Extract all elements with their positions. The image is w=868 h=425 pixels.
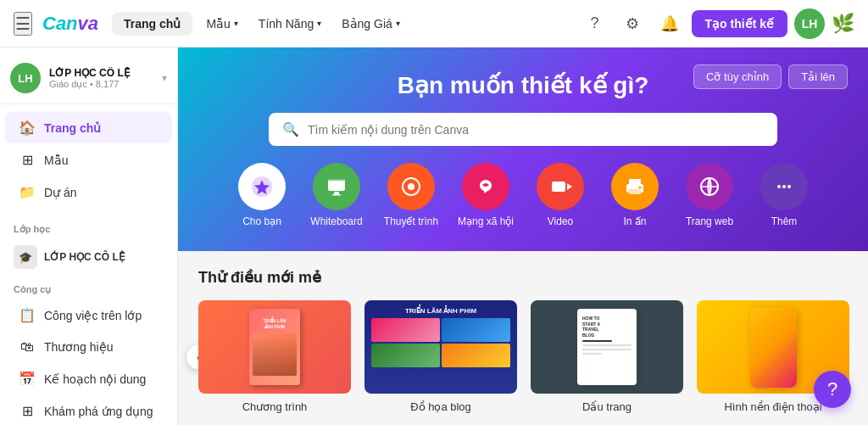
sidebar-profile[interactable]: LH LỚP HỌC CÔ LỆ Giáo dục • 8,177 ▾ (0, 54, 177, 104)
book-visual: TRIỂN LÃMẢNH PHIM (249, 309, 300, 385)
cards-wrapper: ‹ TRIỂN LÃMẢNH PHIM (198, 300, 848, 413)
create-button[interactable]: Tạo thiết kế (692, 10, 787, 37)
card-thumbnail: TRIỂN LÃM ẢNH PHIM (364, 300, 517, 394)
sidebar-profile-sub: Giáo dục • 8,177 (49, 79, 153, 90)
card-label: Đồ họa blog (410, 400, 471, 413)
grid-icon: ⊞ (19, 152, 36, 168)
sidebar-item-label: Trang chủ (44, 121, 101, 135)
icon-label: Trang web (686, 215, 733, 227)
card-dohoa[interactable]: TRIỂN LÃM ẢNH PHIM Đồ họa blog (364, 300, 517, 413)
icon-label: Cho bạn (242, 215, 281, 227)
design-type-grid: Cho bạn Whiteboard Thuyết trình (205, 163, 841, 234)
calendar-icon: 📅 (19, 371, 36, 387)
icon-item-trangweb[interactable]: Trang web (676, 163, 743, 227)
chevron-down-icon: ▾ (317, 19, 321, 28)
home-icon: 🏠 (19, 120, 36, 136)
chevron-down-icon: ▾ (396, 19, 400, 28)
icon-label: Thuyết trình (384, 215, 438, 227)
phone-visual (750, 307, 797, 388)
svg-rect-4 (332, 194, 341, 196)
icon-item-thuyettrinh[interactable]: Thuyết trình (377, 163, 445, 227)
film-visual: TRIỂN LÃM ẢNH PHIM (364, 300, 517, 394)
hero-section: Cỡ tùy chỉnh Tải lên Bạn muốn thiết kế g… (178, 48, 868, 251)
chevron-down-icon: ▾ (234, 19, 238, 28)
search-icon: 🔍 (282, 121, 299, 137)
layout: LH LỚP HỌC CÔ LỆ Giáo dục • 8,177 ▾ 🏠 Tr… (0, 48, 868, 425)
help-button[interactable]: ? (580, 8, 610, 39)
inan-icon (611, 163, 659, 210)
avatar[interactable]: LH (794, 8, 825, 39)
card-dautrang[interactable]: HOW TOSTART ATRAVELBLOG Dấu trang (531, 300, 683, 413)
notifications-button[interactable]: 🔔 (654, 8, 685, 39)
upload-button[interactable]: Tải lên (788, 64, 848, 89)
svg-rect-1 (328, 179, 345, 191)
blog-visual: HOW TOSTART ATRAVELBLOG (577, 309, 637, 385)
mau-nav-button[interactable]: Mẫu ▾ (199, 12, 244, 36)
svg-rect-7 (552, 182, 565, 192)
sidebar-item-thuonghieu[interactable]: 🛍 Thương hiệu (5, 332, 172, 362)
whiteboard-icon (313, 163, 360, 210)
sidebar: LH LỚP HỌC CÔ LỆ Giáo dục • 8,177 ▾ 🏠 Tr… (0, 48, 178, 425)
icon-label: Video (548, 215, 573, 227)
sidebar-item-trangchu[interactable]: 🏠 Trang chủ (5, 112, 172, 143)
svg-point-18 (782, 185, 786, 188)
brand-icon: 🛍 (19, 339, 36, 355)
card-thumbnail: HOW TOSTART ATRAVELBLOG (531, 300, 683, 394)
icon-label: Mạng xã hội (458, 215, 514, 227)
sidebar-profile-info: LỚP HỌC CÔ LỆ Giáo dục • 8,177 (49, 67, 153, 90)
sidebar-item-congviec[interactable]: 📋 Công việc trên lớp (5, 299, 172, 331)
tinh-nang-nav-button[interactable]: Tính Năng ▾ (252, 12, 328, 36)
task-icon: 📋 (19, 307, 36, 323)
custom-size-button[interactable]: Cỡ tùy chỉnh (693, 64, 782, 89)
sidebar-item-label: Thương hiệu (44, 340, 113, 354)
sidebar-avatar: LH (10, 63, 41, 93)
trangchu-nav-button[interactable]: Trang chủ (112, 12, 192, 36)
sidebar-profile-name: LỚP HỌC CÔ LỆ (49, 67, 153, 79)
mangxahoi-icon (462, 163, 509, 210)
sidebar-item-khampha[interactable]: ⊞ Khám phá ứng dụng (5, 395, 172, 425)
hamburger-button[interactable]: ☰ (14, 12, 32, 36)
icon-item-choban[interactable]: Cho bạn (228, 163, 296, 227)
sidebar-item-kehoach[interactable]: 📅 Kế hoạch nội dung (5, 363, 172, 394)
svg-rect-2 (328, 179, 345, 181)
sidebar-item-label: Kế hoạch nội dung (44, 372, 146, 386)
icon-item-whiteboard[interactable]: Whiteboard (303, 163, 370, 227)
video-icon (537, 163, 584, 210)
them-icon (760, 163, 808, 210)
icon-item-them[interactable]: Thêm (750, 163, 818, 227)
sidebar-class-label: LỚP HỌC CÔ LỆ (44, 251, 125, 263)
sidebar-item-label: Mẫu (44, 154, 68, 167)
help-fab-button[interactable]: ? (814, 371, 851, 408)
card-label: Chương trình (242, 400, 308, 413)
icon-label: Thêm (771, 215, 798, 227)
svg-marker-8 (567, 183, 572, 190)
main-content: Cỡ tùy chỉnh Tải lên Bạn muốn thiết kế g… (178, 48, 868, 425)
card-chuongtrinh[interactable]: TRIỂN LÃMẢNH PHIM Chương trình (198, 300, 351, 413)
chevron-down-icon: ▾ (162, 72, 167, 84)
icon-item-video[interactable]: Video (526, 163, 594, 227)
folder-icon: 📁 (19, 184, 36, 200)
svg-rect-3 (334, 192, 339, 194)
search-input[interactable] (308, 123, 764, 137)
settings-button[interactable]: ⚙ (617, 8, 648, 39)
svg-rect-12 (629, 189, 641, 194)
icon-item-inan[interactable]: In ấn (601, 163, 669, 227)
bang-gia-nav-button[interactable]: Bảng Giá ▾ (335, 12, 407, 36)
hero-actions: Cỡ tùy chỉnh Tải lên (693, 64, 848, 89)
card-label: Hình nền điện thoại (724, 400, 821, 413)
leaf-icon: 🌿 (832, 13, 854, 35)
lop-hoc-section-label: Lớp học (0, 215, 177, 238)
class-icon: 🎓 (14, 245, 37, 269)
sidebar-item-label: Khám phá ứng dụng (44, 405, 153, 418)
sidebar-item-label: Dự án (44, 186, 77, 199)
sidebar-item-lophoc[interactable]: 🎓 LỚP HỌC CÔ LỆ (0, 238, 177, 276)
cards-grid: TRIỂN LÃMẢNH PHIM Chương trình (198, 300, 849, 413)
svg-point-19 (787, 185, 791, 188)
sidebar-item-duan[interactable]: 📁 Dự án (5, 176, 172, 208)
icon-item-mangxahoi[interactable]: Mạng xã hội (452, 163, 520, 227)
section-title: Thử điều mới mẻ (198, 268, 848, 287)
sidebar-item-label: Công việc trên lớp (44, 309, 142, 322)
cong-cu-section-label: Công cụ (0, 276, 177, 299)
sidebar-item-mau[interactable]: ⊞ Mẫu (5, 144, 172, 176)
trangweb-icon (686, 163, 733, 210)
